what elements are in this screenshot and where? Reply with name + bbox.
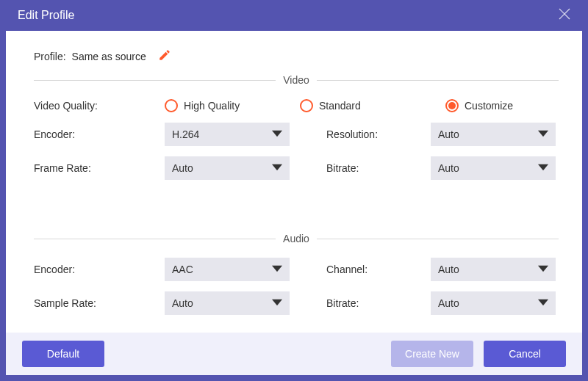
chevron-down-icon <box>538 162 548 175</box>
audio-samplerate-label: Sample Rate: <box>34 297 165 309</box>
content-area: Profile: Same as source Video Video Qual… <box>6 31 582 333</box>
audio-samplerate-value: Auto <box>172 297 193 309</box>
audio-samplerate-row: Sample Rate: Auto Bitrate: Auto <box>34 291 559 315</box>
video-resolution-label: Resolution: <box>326 128 431 140</box>
audio-encoder-row: Encoder: AAC Channel: Auto <box>34 258 559 281</box>
video-quality-label: Video Quality: <box>34 100 165 112</box>
chevron-down-icon <box>538 264 548 276</box>
radio-circle-icon <box>165 99 178 112</box>
cancel-button[interactable]: Cancel <box>484 341 566 367</box>
video-encoder-label: Encoder: <box>34 128 165 140</box>
audio-section-label: Audio <box>276 233 317 244</box>
radio-customize[interactable]: Customize <box>445 99 513 112</box>
titlebar: Edit Profile <box>0 0 588 31</box>
audio-samplerate-select[interactable]: Auto <box>165 291 290 315</box>
radio-high-quality[interactable]: High Quality <box>165 99 240 112</box>
divider-line <box>34 239 276 239</box>
video-quality-row: Video Quality: High Quality Standard <box>34 99 559 112</box>
video-resolution-select[interactable]: Auto <box>431 123 556 146</box>
chevron-down-icon <box>272 162 282 175</box>
chevron-down-icon <box>272 128 282 141</box>
video-encoder-row: Encoder: H.264 Resolution: Auto <box>34 123 559 146</box>
audio-channel-label: Channel: <box>326 264 431 275</box>
audio-channel-value: Auto <box>438 264 459 275</box>
chevron-down-icon <box>538 297 548 310</box>
profile-label: Profile: <box>34 51 66 62</box>
video-quality-radios: High Quality Standard Customize <box>165 99 513 112</box>
video-section-divider: Video <box>34 74 559 86</box>
divider-line <box>317 239 559 239</box>
dialog-body: Profile: Same as source Video Video Qual… <box>6 31 582 375</box>
default-button[interactable]: Default <box>22 341 104 367</box>
video-encoder-value: H.264 <box>172 128 199 140</box>
video-framerate-label: Frame Rate: <box>34 162 165 174</box>
divider-line <box>317 80 559 81</box>
edit-pencil-icon[interactable] <box>158 48 171 64</box>
divider-line <box>34 80 276 81</box>
video-framerate-value: Auto <box>172 162 193 174</box>
audio-channel-select[interactable]: Auto <box>431 258 556 281</box>
window-title: Edit Profile <box>18 9 74 22</box>
video-framerate-row: Frame Rate: Auto Bitrate: Auto <box>34 156 559 180</box>
create-new-button[interactable]: Create New <box>391 341 473 367</box>
video-resolution-value: Auto <box>438 128 459 140</box>
radio-circle-icon <box>445 99 459 112</box>
audio-encoder-label: Encoder: <box>34 264 165 275</box>
profile-value: Same as source <box>72 51 146 62</box>
chevron-down-icon <box>272 297 282 310</box>
radio-standard[interactable]: Standard <box>300 99 361 112</box>
section-gap <box>34 190 559 230</box>
video-bitrate-value: Auto <box>438 162 459 174</box>
edit-profile-window: Edit Profile Profile: Same as source Vid… <box>0 0 588 381</box>
audio-bitrate-value: Auto <box>438 297 459 309</box>
audio-encoder-select[interactable]: AAC <box>165 258 290 281</box>
radio-circle-icon <box>300 99 313 112</box>
video-section-label: Video <box>276 74 317 86</box>
video-bitrate-select[interactable]: Auto <box>431 156 556 180</box>
audio-bitrate-label: Bitrate: <box>326 297 431 309</box>
video-bitrate-label: Bitrate: <box>326 162 431 174</box>
close-icon[interactable] <box>554 4 575 27</box>
chevron-down-icon <box>538 128 548 141</box>
radio-high-quality-label: High Quality <box>184 100 240 112</box>
footer-bar: Default Create New Cancel <box>6 333 582 375</box>
audio-section-divider: Audio <box>34 233 559 244</box>
audio-encoder-value: AAC <box>172 264 193 275</box>
radio-customize-label: Customize <box>465 100 513 112</box>
profile-row: Profile: Same as source <box>34 48 559 64</box>
chevron-down-icon <box>272 264 282 276</box>
radio-standard-label: Standard <box>319 100 361 112</box>
video-framerate-select[interactable]: Auto <box>165 156 290 180</box>
video-encoder-select[interactable]: H.264 <box>165 123 290 146</box>
audio-bitrate-select[interactable]: Auto <box>431 291 556 315</box>
